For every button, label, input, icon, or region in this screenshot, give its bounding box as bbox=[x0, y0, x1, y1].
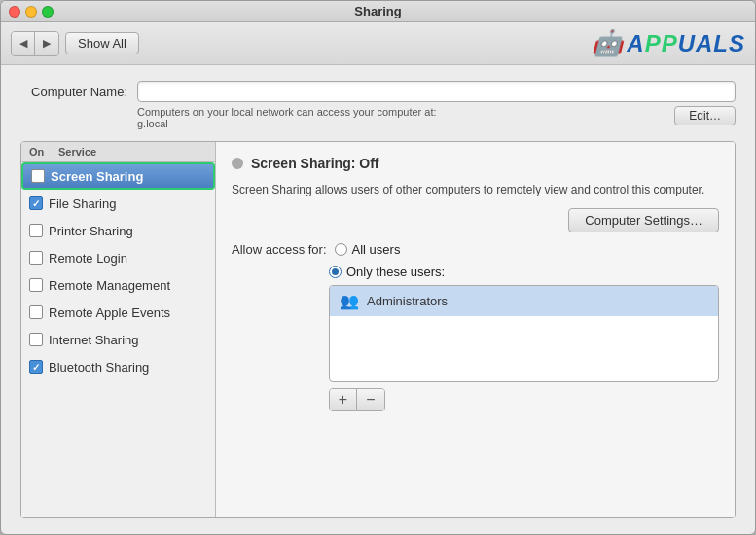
radio-only-these-users[interactable]: Only these users: bbox=[329, 265, 719, 279]
service-item-printer-sharing[interactable]: Printer Sharing bbox=[21, 217, 215, 244]
header-service: Service bbox=[58, 146, 96, 158]
computer-name-label: Computer Name: bbox=[20, 81, 127, 99]
forward-button[interactable]: ▶ bbox=[35, 32, 58, 55]
service-name-bluetooth-sharing: Bluetooth Sharing bbox=[49, 360, 149, 374]
access-row: Allow access for: All users bbox=[232, 242, 719, 257]
service-item-bluetooth-sharing[interactable]: Bluetooth Sharing bbox=[21, 353, 215, 380]
titlebar: Sharing bbox=[1, 1, 755, 22]
checkbox-screen-sharing[interactable] bbox=[31, 169, 45, 183]
window-title: Sharing bbox=[354, 4, 401, 18]
radio-only-these-users-btn[interactable] bbox=[329, 266, 342, 278]
mascot-icon: 🤖 bbox=[592, 28, 623, 58]
computer-name-section: Computer Name: Computers on your local n… bbox=[20, 81, 736, 129]
close-button[interactable] bbox=[9, 6, 20, 18]
radio-all-users-btn[interactable] bbox=[335, 243, 347, 256]
access-indent: Only these users: 👥 Administrators + − bbox=[329, 265, 719, 411]
users-list-item-administrators[interactable]: 👥 Administrators bbox=[330, 286, 718, 316]
service-name-internet-sharing: Internet Sharing bbox=[49, 333, 139, 347]
checkbox-printer-sharing[interactable] bbox=[29, 224, 43, 237]
service-list-pane: On Service Screen Sharing File Sharing bbox=[21, 142, 216, 517]
service-items: Screen Sharing File Sharing Printer Shar… bbox=[21, 162, 215, 517]
service-name-remote-login: Remote Login bbox=[49, 251, 127, 266]
service-name-printer-sharing: Printer Sharing bbox=[49, 224, 133, 238]
detail-pane: Screen Sharing: Off Screen Sharing allow… bbox=[216, 142, 735, 517]
logo-text: APPUALS bbox=[627, 30, 745, 57]
radio-all-users-label: All users bbox=[352, 242, 401, 257]
header-on: On bbox=[29, 146, 58, 158]
status-label: Screen Sharing: Off bbox=[251, 156, 378, 171]
nav-buttons: ◀ ▶ bbox=[11, 31, 59, 56]
checkbox-file-sharing[interactable] bbox=[29, 196, 43, 210]
computer-name-right: Computers on your local network can acce… bbox=[137, 81, 736, 129]
status-row: Screen Sharing: Off bbox=[232, 156, 719, 171]
service-item-internet-sharing[interactable]: Internet Sharing bbox=[21, 326, 215, 353]
desc-edit-row: Computers on your local network can acce… bbox=[137, 106, 736, 129]
edit-button[interactable]: Edit… bbox=[674, 106, 736, 125]
maximize-button[interactable] bbox=[42, 6, 54, 18]
main-content: Computer Name: Computers on your local n… bbox=[1, 65, 755, 534]
service-item-remote-apple-events[interactable]: Remote Apple Events bbox=[21, 299, 215, 326]
service-name-screen-sharing: Screen Sharing bbox=[51, 169, 143, 184]
service-list-header: On Service bbox=[21, 142, 215, 162]
access-section: Allow access for: All users Only these u… bbox=[232, 242, 719, 411]
service-name-remote-apple-events: Remote Apple Events bbox=[49, 305, 170, 320]
remove-user-button[interactable]: − bbox=[357, 389, 384, 410]
computer-name-desc-line1: Computers on your local network can acce… bbox=[137, 106, 437, 118]
toolbar: ◀ ▶ Show All 🤖 APPUALS bbox=[1, 22, 755, 65]
services-panel: On Service Screen Sharing File Sharing bbox=[20, 141, 736, 518]
users-list: 👥 Administrators bbox=[329, 285, 719, 382]
users-name-administrators: Administrators bbox=[367, 294, 448, 308]
add-user-button[interactable]: + bbox=[330, 389, 357, 410]
computer-name-input[interactable] bbox=[137, 81, 736, 102]
computer-name-description: Computers on your local network can acce… bbox=[137, 106, 437, 129]
show-all-button[interactable]: Show All bbox=[65, 32, 139, 54]
service-item-file-sharing[interactable]: File Sharing bbox=[21, 190, 215, 217]
checkbox-remote-apple-events[interactable] bbox=[29, 305, 43, 319]
status-description: Screen Sharing allows users of other com… bbox=[232, 181, 719, 198]
checkbox-remote-management[interactable] bbox=[29, 278, 43, 292]
back-button[interactable]: ◀ bbox=[12, 32, 35, 55]
access-label: Allow access for: bbox=[232, 242, 327, 257]
computer-name-desc-line2: g.local bbox=[137, 118, 437, 129]
service-name-file-sharing: File Sharing bbox=[49, 196, 116, 211]
minimize-button[interactable] bbox=[25, 6, 37, 18]
radio-only-these-users-label: Only these users: bbox=[346, 265, 445, 279]
checkbox-remote-login[interactable] bbox=[29, 251, 43, 265]
computer-settings-button[interactable]: Computer Settings… bbox=[568, 208, 719, 232]
traffic-lights bbox=[9, 6, 54, 18]
users-list-actions: + − bbox=[329, 388, 385, 411]
checkbox-internet-sharing[interactable] bbox=[29, 333, 43, 346]
appuels-logo: 🤖 APPUALS bbox=[592, 28, 745, 58]
service-item-screen-sharing[interactable]: Screen Sharing bbox=[21, 162, 215, 190]
service-item-remote-login[interactable]: Remote Login bbox=[21, 244, 215, 271]
checkbox-bluetooth-sharing[interactable] bbox=[29, 360, 43, 374]
radio-all-users[interactable]: All users bbox=[335, 242, 401, 257]
users-group-icon: 👥 bbox=[340, 292, 359, 310]
main-window: Sharing ◀ ▶ Show All 🤖 APPUALS Computer … bbox=[0, 0, 756, 535]
service-name-remote-management: Remote Management bbox=[49, 278, 170, 293]
status-dot bbox=[232, 158, 243, 169]
service-item-remote-management[interactable]: Remote Management bbox=[21, 271, 215, 299]
